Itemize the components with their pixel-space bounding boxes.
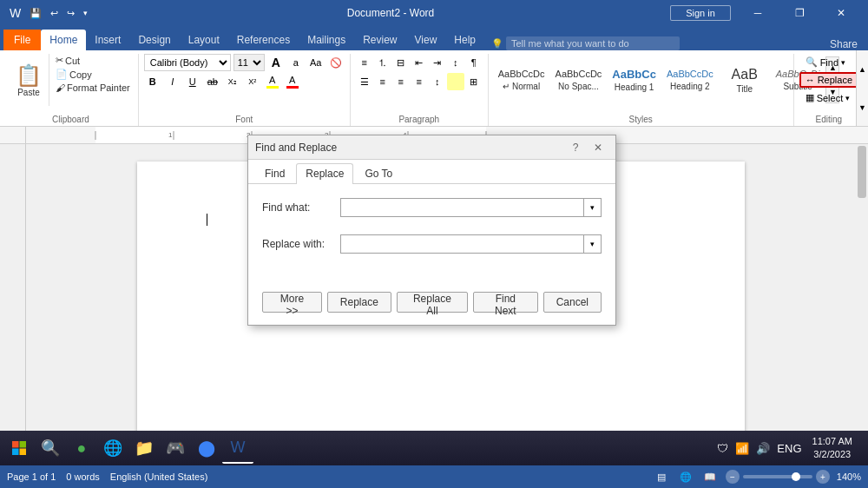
find-button[interactable]: 🔍 Find ▾ [799,54,858,70]
taskbar-icon-game[interactable]: 🎮 [160,432,191,464]
format-painter-button[interactable]: 🖌 Format Painter [53,82,133,94]
decrease-indent-button[interactable]: ⇤ [411,54,428,71]
redo-icon[interactable]: ↪ [64,8,77,19]
align-center-button[interactable]: ≡ [374,73,391,90]
font-size-select[interactable]: 11 [233,54,265,71]
align-right-button[interactable]: ≡ [392,73,410,90]
font-color-button[interactable]: A [284,73,301,90]
cut-button[interactable]: ✂ Cut [53,54,133,67]
tab-layout[interactable]: Layout [180,30,228,50]
language-status[interactable]: English (United States) [110,472,208,482]
taskbar-icon-2[interactable]: ● [66,432,97,464]
taskbar-icon-word[interactable]: W [222,432,253,464]
share-button[interactable]: Share [819,38,868,50]
underline-button[interactable]: U [184,73,201,90]
bullets-button[interactable]: ≡ [356,54,373,71]
replace-all-button[interactable]: Replace All [397,292,468,313]
zoom-level[interactable]: 140% [837,472,861,482]
dialog-close-button[interactable]: ✕ [588,138,608,157]
search-taskbar-icon[interactable]: 🔍 [35,432,66,464]
clear-format-button[interactable]: 🚫 [327,54,345,71]
restore-button[interactable]: ❐ [779,0,819,26]
zoom-thumb[interactable] [792,472,800,481]
tab-view[interactable]: View [406,30,446,50]
scrollbar-thumb[interactable] [858,146,866,198]
increase-indent-button[interactable]: ⇥ [429,54,446,71]
highlight-color-button[interactable]: A [264,73,281,90]
replace-with-input[interactable] [340,234,584,254]
tab-review[interactable]: Review [354,30,405,50]
undo-icon[interactable]: ↩ [48,8,61,19]
font-grow-button[interactable]: A [267,54,285,71]
subscript-button[interactable]: X₂ [224,73,241,90]
borders-button[interactable]: ⊞ [465,73,483,90]
tab-references[interactable]: References [228,30,299,50]
start-button[interactable] [3,432,35,464]
replace-single-button[interactable]: Replace [327,292,391,313]
find-replace-dialog[interactable]: Find and Replace ? ✕ Find Replace Go To … [247,135,616,326]
zoom-in-button[interactable]: + [816,470,830,484]
ribbon-scroll-down[interactable]: ▼ [857,89,868,127]
style-title[interactable]: AaB Title [720,56,770,104]
more-button[interactable]: More >> [262,292,322,313]
find-what-input[interactable] [340,198,584,217]
volume-tray-icon[interactable]: 🔊 [754,442,772,455]
replace-button[interactable]: ↔ Replace [799,72,858,88]
strikethrough-button[interactable]: ab [204,73,221,90]
multilevel-list-button[interactable]: ⊟ [392,54,410,71]
show-formatting-button[interactable]: ¶ [465,54,483,71]
style-heading1[interactable]: AaBbCc Heading 1 [608,56,661,104]
dialog-tab-replace[interactable]: Replace [296,163,353,184]
find-next-button[interactable]: Find Next [473,292,538,313]
line-spacing-button[interactable]: ↕ [429,73,446,90]
align-left-button[interactable]: ☰ [356,73,373,90]
document-scrollbar[interactable] [856,144,868,465]
style-normal[interactable]: AaBbCcDc ↵ Normal [494,56,549,104]
sort-button[interactable]: ↕ [447,54,464,71]
minimize-button[interactable]: ─ [738,0,778,26]
bold-button[interactable]: B [144,73,161,90]
replace-dropdown-button[interactable]: ▾ [584,234,602,254]
copy-button[interactable]: 📄 Copy [53,68,133,81]
tab-design[interactable]: Design [129,30,179,50]
paste-button[interactable]: 📋 Paste [9,54,49,106]
style-no-space[interactable]: AaBbCcDc No Spac... [551,56,607,104]
kaspersky-tray-icon[interactable]: 🛡 [715,442,730,455]
zoom-track[interactable] [743,475,812,478]
dialog-tab-find[interactable]: Find [255,163,294,183]
select-button[interactable]: ▦ Select ▾ [799,89,858,106]
italic-button[interactable]: I [164,73,181,90]
justify-button[interactable]: ≡ [411,73,428,90]
tab-file[interactable]: File [3,30,41,50]
taskbar-icon-explorer[interactable]: 📁 [128,432,160,464]
find-dropdown-button[interactable]: ▾ [584,198,602,217]
customize-icon[interactable]: ▾ [81,9,90,17]
style-heading2[interactable]: AaBbCcDc Heading 2 [662,56,718,104]
font-shrink-button[interactable]: a [287,54,305,71]
font-name-select[interactable]: Calibri (Body) [144,54,231,71]
taskbar-icon-chrome[interactable]: 🌐 [97,432,128,464]
dialog-help-button[interactable]: ? [565,138,586,157]
tab-home[interactable]: Home [41,30,86,50]
close-button[interactable]: ✕ [821,0,861,26]
cancel-button[interactable]: Cancel [543,292,602,313]
read-mode-button[interactable]: 📖 [701,468,719,485]
print-layout-view-button[interactable]: ▤ [653,468,670,485]
tell-me-input[interactable] [506,36,680,50]
superscript-button[interactable]: X² [244,73,261,90]
sign-in-button[interactable]: Sign in [670,5,731,21]
taskbar-icon-blue[interactable]: ⬤ [191,432,222,464]
tell-me-search[interactable]: 💡 [491,36,819,50]
shading-button[interactable] [447,73,464,90]
quick-save-icon[interactable]: 💾 [27,8,44,19]
lang-tray-icon[interactable]: ENG [775,442,803,455]
numbering-button[interactable]: ⒈ [374,54,391,71]
network-tray-icon[interactable]: 📶 [733,442,751,455]
zoom-out-button[interactable]: − [726,470,740,484]
dialog-tab-goto[interactable]: Go To [355,163,402,183]
ribbon-scroll-up[interactable]: ▲ [857,50,868,89]
tab-help[interactable]: Help [445,30,484,50]
system-clock[interactable]: 11:07 AM 3/2/2023 [807,435,858,462]
font-case-button[interactable]: Aa [307,54,325,71]
web-layout-view-button[interactable]: 🌐 [677,468,694,485]
